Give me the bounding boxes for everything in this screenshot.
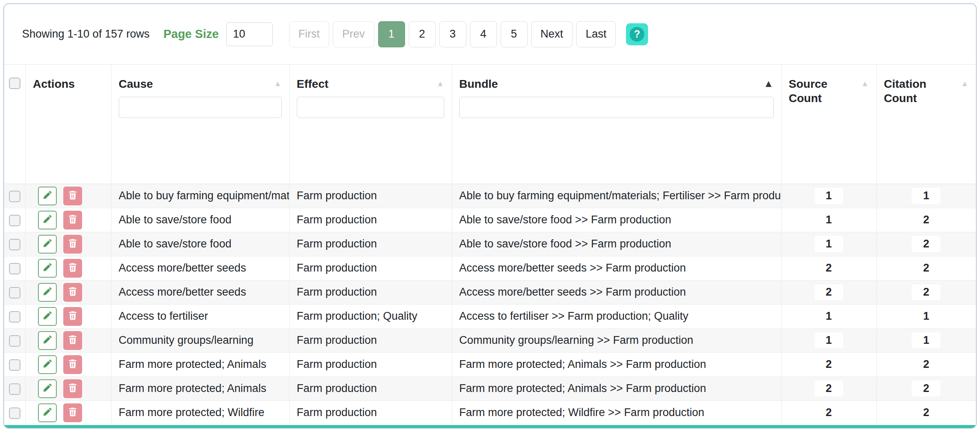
last-page-button[interactable]: Last: [576, 21, 616, 47]
delete-button[interactable]: [63, 403, 82, 422]
actions-cell: [25, 304, 111, 328]
cause-cell: Farm more protected; Animals: [111, 352, 289, 376]
citation-count-cell: 2: [876, 256, 976, 280]
source-count-cell: 1: [781, 184, 876, 208]
delete-button[interactable]: [63, 259, 82, 278]
row-checkbox[interactable]: [9, 311, 20, 323]
actions-cell: [25, 280, 111, 304]
bundle-cell: Access to fertiliser >> Farm production;…: [452, 304, 781, 328]
row-checkbox[interactable]: [9, 191, 20, 202]
first-page-button[interactable]: First: [289, 21, 329, 47]
edit-button[interactable]: [38, 187, 57, 205]
column-header-citation-count[interactable]: Citation Count ▲: [876, 65, 976, 184]
row-select-cell: [4, 328, 25, 352]
edit-button[interactable]: [38, 355, 57, 374]
cause-cell: Farm more protected; Animals: [111, 376, 289, 401]
table-body: Able to buy farming equipment/materials …: [4, 184, 976, 425]
column-label: Actions: [33, 77, 104, 91]
page-button-active[interactable]: 1: [378, 21, 405, 47]
source-count-cell: 2: [781, 352, 876, 376]
actions-cell: [25, 376, 111, 401]
column-header-source-count[interactable]: Source Count ▲: [781, 65, 876, 184]
delete-button[interactable]: [63, 211, 82, 229]
row-checkbox[interactable]: [9, 383, 20, 395]
column-header-effect[interactable]: Effect ▲: [289, 65, 452, 184]
select-all-checkbox[interactable]: [9, 78, 20, 89]
cause-filter-input[interactable]: [119, 97, 282, 118]
page-size-input[interactable]: [226, 22, 273, 46]
delete-button[interactable]: [63, 355, 82, 374]
effect-filter-input[interactable]: [297, 97, 444, 118]
pencil-icon: [42, 383, 52, 394]
pencil-icon: [42, 359, 52, 370]
trash-icon: [68, 383, 78, 394]
actions-cell: [25, 208, 111, 232]
delete-button[interactable]: [63, 283, 82, 302]
cause-cell: Able to buy farming equipment/materials: [111, 184, 289, 208]
bundle-cell: Farm more protected; Wildfire >> Farm pr…: [452, 401, 781, 425]
edit-button[interactable]: [38, 259, 57, 278]
edit-button[interactable]: [38, 307, 57, 326]
source-count-cell: 1: [781, 232, 876, 256]
row-checkbox[interactable]: [9, 239, 20, 250]
cause-cell: Community groups/learning: [111, 328, 289, 352]
row-select-cell: [4, 280, 25, 304]
edit-button[interactable]: [38, 235, 57, 254]
column-label: Cause: [119, 77, 272, 91]
next-page-button[interactable]: Next: [531, 21, 573, 47]
citation-count-cell: 1: [876, 184, 976, 208]
bundle-filter-input[interactable]: [459, 97, 774, 118]
delete-button[interactable]: [63, 379, 82, 398]
cause-cell: Able to save/store food: [111, 208, 289, 232]
delete-button[interactable]: [63, 187, 82, 205]
row-checkbox[interactable]: [9, 408, 20, 419]
delete-button[interactable]: [63, 307, 82, 326]
trash-icon: [68, 214, 78, 225]
column-label: Citation Count: [884, 77, 959, 105]
source-count-cell: 1: [781, 328, 876, 352]
cause-cell: Farm more protected; Wildfire: [111, 401, 289, 425]
row-checkbox[interactable]: [9, 215, 20, 226]
bottom-accent-bar: [4, 425, 976, 428]
trash-icon: [68, 335, 78, 346]
effect-cell: Farm production: [289, 208, 452, 232]
bundle-cell: Farm more protected; Animals >> Farm pro…: [452, 352, 781, 376]
row-checkbox[interactable]: [9, 335, 20, 347]
help-button[interactable]: ?: [626, 23, 648, 45]
citation-count-cell: 2: [876, 376, 976, 401]
delete-button[interactable]: [63, 235, 82, 254]
edit-button[interactable]: [38, 379, 57, 398]
row-checkbox[interactable]: [9, 287, 20, 298]
column-header-bundle[interactable]: Bundle ▲: [452, 65, 781, 184]
bundle-cell: Able to save/store food >> Farm producti…: [452, 208, 781, 232]
trash-icon: [68, 238, 78, 249]
page-button[interactable]: 2: [409, 21, 436, 47]
bundle-cell: Able to buy farming equipment/materials;…: [452, 184, 781, 208]
bundle-cell: Access more/better seeds >> Farm product…: [452, 280, 781, 304]
citation-count-cell: 2: [876, 280, 976, 304]
page-button[interactable]: 3: [439, 21, 466, 47]
sort-asc-icon: ▲: [274, 79, 282, 88]
edit-button[interactable]: [38, 211, 57, 229]
actions-cell: [25, 328, 111, 352]
row-select-cell: [4, 208, 25, 232]
edit-button[interactable]: [38, 403, 57, 422]
pencil-icon: [42, 311, 52, 322]
header-row: Actions Cause ▲ Effect ▲: [4, 65, 976, 184]
edit-button[interactable]: [38, 331, 57, 350]
trash-icon: [68, 190, 78, 201]
page-button[interactable]: 4: [470, 21, 497, 47]
effect-cell: Farm production: [289, 256, 452, 280]
delete-button[interactable]: [63, 331, 82, 350]
effect-cell: Farm production: [289, 232, 452, 256]
trash-icon: [68, 263, 78, 274]
page-button[interactable]: 5: [501, 21, 528, 47]
table-row: Farm more protected; Wildfire Farm produ…: [4, 401, 976, 425]
row-checkbox[interactable]: [9, 263, 20, 274]
column-header-cause[interactable]: Cause ▲: [111, 65, 289, 184]
row-checkbox[interactable]: [9, 359, 20, 371]
prev-page-button[interactable]: Prev: [333, 21, 374, 47]
row-select-cell: [4, 184, 25, 208]
bundle-cell: Community groups/learning >> Farm produc…: [452, 328, 781, 352]
edit-button[interactable]: [38, 283, 57, 302]
